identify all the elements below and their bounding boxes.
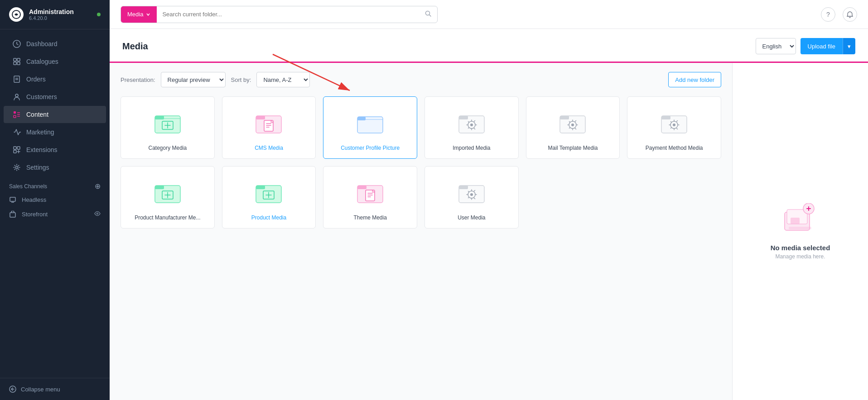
svg-rect-62	[459, 186, 468, 189]
folder-category-media[interactable]: Category Media	[121, 96, 215, 159]
catalogues-icon	[13, 57, 21, 66]
notifications-btn[interactable]	[843, 7, 857, 22]
app-version: 6.4.20.0	[29, 15, 92, 21]
svg-rect-42	[560, 116, 569, 119]
svg-point-40	[470, 124, 473, 126]
svg-rect-11	[14, 115, 16, 118]
svg-rect-5	[17, 62, 20, 65]
sidebar-item-catalogues[interactable]: Catalogues	[4, 53, 106, 70]
upload-file-btn[interactable]: Upload file	[800, 38, 843, 54]
sidebar-item-settings[interactable]: Settings	[4, 159, 106, 176]
add-sales-channel-btn[interactable]: ⊕	[95, 182, 101, 190]
folder-name: Product Media	[251, 214, 286, 221]
media-area: Presentation: Regular preview Compact pr…	[110, 63, 732, 400]
svg-point-9	[15, 94, 18, 97]
sidebar-item-label: Marketing	[26, 129, 54, 136]
sidebar: Administration 6.4.20.0 Dashboard Catalo…	[0, 0, 110, 400]
svg-rect-46	[661, 116, 670, 119]
sidebar-nav: Dashboard Catalogues Orders Customers Co…	[0, 29, 110, 378]
search-input[interactable]	[157, 11, 419, 18]
search-bar: Media	[121, 6, 438, 23]
folder-grid-row1: Category Media	[121, 96, 721, 159]
help-btn[interactable]: ?	[821, 7, 835, 22]
svg-rect-4	[14, 62, 16, 65]
sidebar-item-orders[interactable]: Orders	[4, 71, 106, 88]
svg-point-48	[673, 124, 675, 126]
sidebar-item-extensions[interactable]: Extensions	[4, 141, 106, 158]
settings-icon	[13, 163, 21, 171]
content-area: Media English German French Upload file …	[110, 29, 868, 400]
page-header-actions: English German French Upload file ▾	[756, 38, 855, 62]
sidebar-footer: Collapse menu	[0, 378, 110, 400]
svg-rect-19	[10, 197, 15, 201]
sidebar-item-customers[interactable]: Customers	[4, 88, 106, 105]
svg-rect-50	[155, 186, 164, 189]
no-media-illustration	[782, 203, 819, 244]
content-body: Presentation: Regular preview Compact pr…	[110, 63, 868, 400]
sidebar-item-headless[interactable]: Headless	[0, 192, 110, 207]
folder-customer-profile[interactable]: Customer Profile Picture	[323, 96, 417, 159]
folder-name: CMS Media	[255, 145, 283, 151]
search-media-btn[interactable]: Media	[121, 6, 157, 23]
folder-icon	[453, 104, 490, 140]
collapse-menu-btn[interactable]: Collapse menu	[9, 386, 101, 393]
folder-name: Customer Profile Picture	[341, 145, 400, 151]
extensions-icon	[13, 146, 21, 154]
upload-file-dropdown-btn[interactable]: ▾	[843, 38, 855, 54]
svg-rect-16	[17, 147, 20, 149]
app-info: Administration 6.4.20.0	[29, 8, 92, 21]
sidebar-item-marketing[interactable]: Marketing	[4, 124, 106, 141]
svg-rect-6	[14, 76, 19, 82]
folder-icon	[453, 174, 490, 210]
folder-product-manufacturer[interactable]: Product Manufacturer Me...	[121, 166, 215, 229]
page-header: Media English German French Upload file …	[110, 29, 868, 63]
orders-icon	[13, 75, 21, 83]
sort-select[interactable]: Name, A-Z Name, Z-A Date, newest Date, o…	[256, 72, 310, 87]
sidebar-item-label: Settings	[26, 164, 49, 171]
folder-icon	[352, 104, 388, 140]
add-folder-btn[interactable]: Add new folder	[668, 72, 721, 87]
sidebar-item-label: Customers	[26, 93, 57, 100]
language-select[interactable]: English German French	[756, 38, 796, 54]
folder-grid-row2: Product Manufacturer Me... Pro	[121, 166, 721, 229]
folder-name: Product Manufacturer Me...	[135, 214, 200, 221]
search-icon[interactable]	[419, 10, 437, 19]
folder-product-media[interactable]: Product Media	[222, 166, 316, 229]
svg-rect-38	[459, 116, 468, 119]
folder-imported-media[interactable]: Imported Media	[424, 96, 519, 159]
svg-rect-27	[155, 116, 164, 119]
folder-name: Payment Method Media	[646, 145, 703, 151]
sidebar-item-dashboard[interactable]: Dashboard	[4, 35, 106, 52]
marketing-icon	[13, 128, 21, 136]
folder-mail-template[interactable]: Mail Template Media	[526, 96, 620, 159]
svg-point-64	[470, 193, 473, 196]
svg-rect-71	[789, 227, 811, 229]
folder-theme-media[interactable]: Theme Media	[323, 166, 417, 229]
folder-cms-media[interactable]: CMS Media	[222, 96, 316, 159]
folder-name: Theme Media	[353, 214, 386, 221]
svg-rect-2	[14, 58, 16, 61]
presentation-select[interactable]: Regular preview Compact preview List vie…	[161, 72, 226, 87]
topbar-actions: ?	[821, 7, 857, 22]
sidebar-item-label: Orders	[26, 76, 46, 83]
folder-name: User Media	[458, 214, 485, 221]
storefront-visibility-icon[interactable]	[94, 210, 101, 218]
app-logo	[9, 7, 24, 22]
media-toolbar: Presentation: Regular preview Compact pr…	[121, 72, 721, 87]
folder-icon	[555, 104, 591, 140]
folder-icon	[149, 104, 186, 140]
storefront-label: Storefront	[22, 211, 48, 218]
svg-point-18	[16, 167, 18, 169]
customers-icon	[13, 93, 21, 101]
sort-label: Sort by:	[231, 76, 251, 83]
svg-rect-36	[357, 117, 366, 120]
headless-label: Headless	[22, 196, 46, 203]
sidebar-item-content[interactable]: Content	[4, 106, 106, 123]
folder-user-media[interactable]: User Media	[424, 166, 519, 229]
svg-point-22	[97, 213, 98, 214]
sidebar-item-storefront[interactable]: Storefront	[0, 207, 110, 222]
status-dot	[97, 13, 101, 16]
sidebar-item-label: Catalogues	[26, 58, 58, 65]
folder-payment-method[interactable]: Payment Method Media	[627, 96, 721, 159]
folder-icon	[251, 104, 287, 140]
